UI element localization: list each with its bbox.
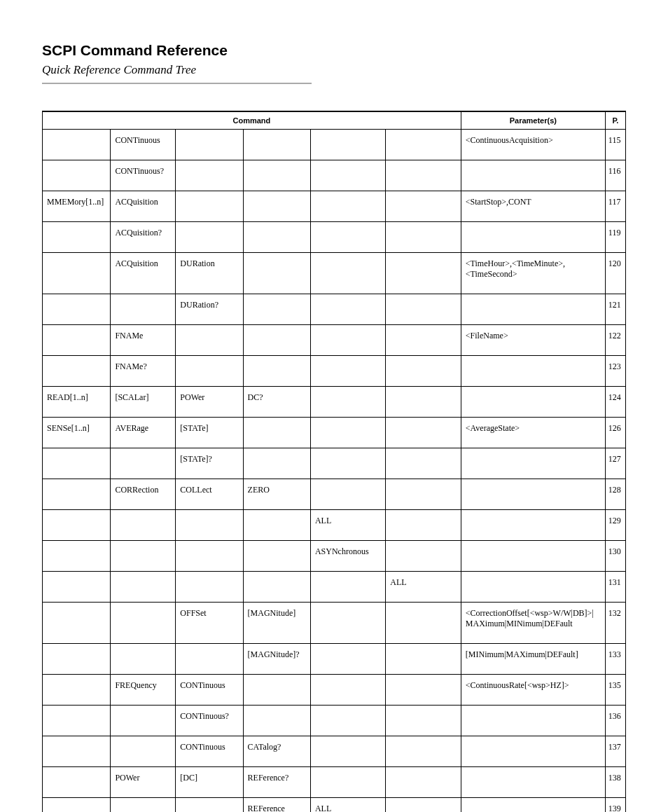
command-table: Command Parameter(s) P. CONTinuous<Conti… xyxy=(42,111,626,812)
cmd-cell: ALL xyxy=(386,572,461,603)
cmd-cell xyxy=(386,387,461,418)
cmd-cell xyxy=(386,222,461,253)
param-cell xyxy=(461,479,605,510)
page-subtitle: Quick Reference Command Tree xyxy=(42,63,626,77)
cmd-cell xyxy=(310,644,385,675)
table-row: [STATe]?127 xyxy=(43,448,626,479)
cmd-cell xyxy=(43,644,111,675)
cmd-cell xyxy=(243,222,310,253)
cmd-cell xyxy=(310,130,385,160)
cmd-cell xyxy=(176,191,243,222)
cmd-cell xyxy=(310,356,385,387)
param-cell: <TimeHour>,<TimeMinute>,<TimeSecond> xyxy=(461,253,605,294)
param-cell: <ContinuousRate[<wsp>HZ]> xyxy=(461,675,605,706)
cmd-cell xyxy=(386,675,461,706)
cmd-cell: [DC] xyxy=(176,767,243,798)
cmd-cell: READ[1..n] xyxy=(43,387,111,418)
cmd-cell xyxy=(243,130,310,160)
table-row: REFerenceALL139 xyxy=(43,798,626,813)
pageref-cell: 129 xyxy=(605,510,625,541)
cmd-cell xyxy=(176,130,243,160)
cmd-cell xyxy=(43,253,111,294)
cmd-cell: REFerence? xyxy=(243,767,310,798)
param-cell xyxy=(461,798,605,813)
cmd-cell: OFFSet xyxy=(176,603,243,644)
cmd-cell xyxy=(243,448,310,479)
pageref-cell: 130 xyxy=(605,541,625,572)
pageref-cell: 136 xyxy=(605,706,625,736)
cmd-cell: CONTinuous? xyxy=(111,160,176,191)
cmd-cell xyxy=(310,479,385,510)
table-row: POWer[DC]REFerence?138 xyxy=(43,767,626,798)
cmd-cell xyxy=(176,510,243,541)
cmd-cell: COLLect xyxy=(176,479,243,510)
cmd-cell: FREQuency xyxy=(111,675,176,706)
cmd-cell xyxy=(43,510,111,541)
cmd-cell xyxy=(43,736,111,767)
cmd-cell xyxy=(43,222,111,253)
pageref-cell: 133 xyxy=(605,644,625,675)
cmd-cell: CONTinuous xyxy=(176,736,243,767)
cmd-cell xyxy=(243,160,310,191)
cmd-cell: MMEMory[1..n] xyxy=(43,191,111,222)
cmd-cell xyxy=(111,294,176,325)
cmd-cell: CONTinuous? xyxy=(176,706,243,736)
table-row: ACQuisition?119 xyxy=(43,222,626,253)
cmd-cell xyxy=(310,675,385,706)
cmd-cell xyxy=(43,541,111,572)
table-row: MMEMory[1..n]ACQuisition<StartStop>,CONT… xyxy=(43,191,626,222)
cmd-cell xyxy=(386,736,461,767)
cmd-cell: ASYNchronous xyxy=(310,541,385,572)
pageref-cell: 124 xyxy=(605,387,625,418)
document-page: SCPI Command Reference Quick Reference C… xyxy=(0,0,668,812)
cmd-cell xyxy=(111,541,176,572)
cmd-cell xyxy=(386,767,461,798)
table-row: CONTinuous<ContinuousAcquisition>115 xyxy=(43,130,626,160)
cmd-cell xyxy=(310,736,385,767)
param-cell xyxy=(461,448,605,479)
cmd-cell xyxy=(386,706,461,736)
param-cell: <StartStop>,CONT xyxy=(461,191,605,222)
cmd-cell xyxy=(386,160,461,191)
param-cell xyxy=(461,510,605,541)
cmd-cell xyxy=(111,736,176,767)
param-cell xyxy=(461,541,605,572)
cmd-cell xyxy=(386,644,461,675)
cmd-cell: [STATe]? xyxy=(176,448,243,479)
cmd-cell xyxy=(386,510,461,541)
cmd-cell xyxy=(386,356,461,387)
cmd-cell xyxy=(43,448,111,479)
cmd-cell: SENSe[1..n] xyxy=(43,418,111,448)
table-row: DURation?121 xyxy=(43,294,626,325)
cmd-cell xyxy=(310,706,385,736)
cmd-cell xyxy=(243,294,310,325)
cmd-cell: ALL xyxy=(310,798,385,813)
pageref-cell: 132 xyxy=(605,603,625,644)
cmd-cell xyxy=(43,798,111,813)
cmd-cell xyxy=(310,294,385,325)
cmd-cell xyxy=(386,253,461,294)
table-row: CONTinuous?136 xyxy=(43,706,626,736)
cmd-cell xyxy=(111,448,176,479)
cmd-cell xyxy=(310,253,385,294)
cmd-cell xyxy=(111,572,176,603)
col-command: Command xyxy=(43,111,461,130)
cmd-cell: FNAMe xyxy=(111,325,176,356)
pageref-cell: 138 xyxy=(605,767,625,798)
cmd-cell: DURation? xyxy=(176,294,243,325)
cmd-cell xyxy=(310,572,385,603)
cmd-cell: ACQuisition? xyxy=(111,222,176,253)
cmd-cell: POWer xyxy=(176,387,243,418)
table-row: FNAMe<FileName>122 xyxy=(43,325,626,356)
cmd-cell xyxy=(310,448,385,479)
cmd-cell xyxy=(310,222,385,253)
cmd-cell xyxy=(176,798,243,813)
cmd-cell xyxy=(43,603,111,644)
cmd-cell xyxy=(176,222,243,253)
param-cell xyxy=(461,356,605,387)
cmd-cell: ZERO xyxy=(243,479,310,510)
cmd-cell xyxy=(176,572,243,603)
param-cell xyxy=(461,387,605,418)
param-cell: <FileName> xyxy=(461,325,605,356)
cmd-cell xyxy=(386,191,461,222)
